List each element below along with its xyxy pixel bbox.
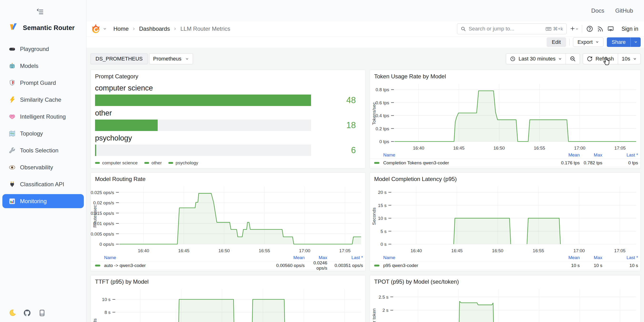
grafana-logo[interactable] — [90, 24, 107, 34]
svg-text:Seconds per token: Seconds per token — [372, 308, 376, 322]
export-button[interactable]: Export — [573, 38, 604, 47]
legend-label: psychology — [176, 160, 198, 166]
legend-header-mean[interactable]: Mean — [275, 255, 304, 260]
legend-max-value: 0.0246 ops/s — [304, 260, 327, 271]
refresh-button[interactable]: Refresh — [583, 54, 618, 64]
github-link[interactable]: GitHub — [615, 8, 633, 14]
svg-text:1.5 s: 1.5 s — [379, 321, 388, 322]
legend-swatch — [95, 162, 100, 164]
legend-header-max[interactable]: Max — [580, 152, 602, 158]
legend-header-max[interactable]: Max — [580, 255, 602, 260]
bar-gauge-label: computer science — [95, 84, 365, 92]
sign-in-button[interactable]: Sign in — [619, 26, 641, 32]
sidebar-collapse-icon[interactable] — [36, 8, 45, 16]
legend-table: NameMeanMaxLast *auto -> qwen3-coder0.00… — [91, 254, 365, 270]
sidebar-item-monitoring[interactable]: Monitoring — [2, 194, 84, 208]
sidebar-item-models[interactable]: Models — [2, 59, 84, 73]
github-icon[interactable] — [23, 309, 31, 317]
edit-button[interactable]: Edit — [546, 38, 566, 47]
time-range-button[interactable]: Last 30 minutes — [506, 54, 566, 64]
legend-swatch — [374, 264, 380, 266]
share-button[interactable]: Share — [607, 38, 630, 47]
legend-item[interactable]: psychology — [168, 160, 198, 166]
breadcrumb-current: LLM Router Metrics — [180, 26, 230, 32]
breadcrumb-home[interactable]: Home — [113, 26, 128, 32]
legend-header-last[interactable]: Last * — [602, 152, 638, 158]
legend-series-label: Completion Tokens qwen3-coder — [383, 160, 449, 166]
wrench-icon — [8, 147, 16, 154]
legend-header-last[interactable]: Last * — [327, 255, 363, 260]
refresh-interval-button[interactable]: 10s — [618, 54, 640, 64]
sidebar-item-tools-selection[interactable]: Tools Selection — [2, 144, 84, 158]
svg-text:16:50: 16:50 — [218, 248, 230, 253]
brain-icon — [8, 113, 16, 120]
news-button[interactable] — [595, 24, 606, 34]
legend-swatch — [374, 162, 380, 164]
svg-text:0 s: 0 s — [380, 242, 386, 247]
help-button[interactable] — [584, 24, 595, 34]
panel-tpot: TPOT (p95) by Model (sec/token)0 s0.5 s1… — [370, 275, 641, 322]
docs-link[interactable]: Docs — [591, 8, 604, 14]
breadcrumb-dashboards[interactable]: Dashboards — [139, 26, 170, 32]
svg-text:5 s: 5 s — [380, 229, 386, 234]
legend-series-name[interactable]: auto -> qwen3-coder — [95, 263, 275, 268]
panel-model-completion-latency: Model Completion Latency (p95)0 s5 s10 s… — [370, 172, 641, 271]
legend-series-name[interactable]: p95 qwen3-coder — [374, 263, 550, 268]
brand[interactable]: Semantic Router — [8, 22, 75, 34]
legend-header-max[interactable]: Max — [304, 255, 327, 260]
svg-text:17:00: 17:00 — [574, 146, 586, 150]
sidebar-item-prompt-guard[interactable]: Prompt Guard — [2, 76, 84, 90]
sidebar-item-classification-api[interactable]: Classification API — [2, 177, 84, 191]
brand-title: Semantic Router — [23, 24, 75, 32]
sidebar-item-playground[interactable]: Playground — [2, 42, 84, 56]
zoom-out-button[interactable] — [566, 54, 580, 64]
legend-series-label: p95 qwen3-coder — [383, 263, 418, 268]
sidebar-item-topology[interactable]: Topology — [2, 126, 84, 140]
panel-title[interactable]: TPOT (p95) by Model (sec/token) — [370, 275, 640, 286]
panel-title[interactable]: Model Completion Latency (p95) — [370, 173, 640, 184]
sidebar-item-intelligent-routing[interactable]: Intelligent Routing — [2, 110, 84, 124]
svg-text:Tokens/sec: Tokens/sec — [372, 102, 376, 125]
datasource-select[interactable]: Prometheus — [149, 53, 193, 64]
svg-text:2.5 s: 2.5 s — [379, 294, 388, 300]
timeseries-chart-model-completion-latency[interactable]: 0 s5 s10 s15 s20 s16:4016:4516:5016:5517… — [370, 184, 640, 254]
panel-title[interactable]: Token Usage Rate by Model — [370, 70, 640, 81]
svg-text:0.005 ops/s: 0.005 ops/s — [91, 232, 114, 236]
timeseries-chart-ttft[interactable]: 0 s2 s4 s6 s8 s10 s16:4016:4516:5016:551… — [91, 286, 365, 322]
svg-text:Seconds: Seconds — [92, 318, 98, 322]
timeseries-chart-model-routing-rate[interactable]: 0 ops/s0.005 ops/s0.01 ops/s0.015 ops/s0… — [91, 184, 365, 254]
share-menu-button[interactable] — [630, 38, 641, 47]
bar-gauge-label: other — [95, 109, 365, 118]
legend-item[interactable]: other — [144, 160, 162, 166]
legend-series-name[interactable]: Completion Tokens qwen3-coder — [374, 160, 550, 166]
legend-swatch — [95, 264, 100, 266]
legend-header-name[interactable]: Name — [374, 152, 550, 158]
legend-header-name[interactable]: Name — [95, 255, 275, 260]
svg-text:17:00: 17:00 — [574, 248, 585, 253]
theme-moon-icon[interactable] — [8, 309, 16, 317]
timeseries-chart-tpot[interactable]: 0 s0.5 s1 s1.5 s2 s2.5 s16:4016:4516:501… — [370, 286, 640, 322]
sidebar-item-similarity-cache[interactable]: Similarity Cache — [2, 93, 84, 107]
panel-title[interactable]: TTFT (p95) by Model — [91, 275, 365, 286]
panel-title[interactable]: Prompt Category — [91, 70, 365, 81]
search-input[interactable] — [468, 26, 543, 32]
svg-text:16:40: 16:40 — [413, 146, 424, 150]
sidebar-item-observability[interactable]: Observability — [2, 160, 84, 174]
legend-header-name[interactable]: Name — [374, 255, 550, 260]
legend-item[interactable]: computer science — [95, 160, 138, 166]
svg-text:0 tps: 0 tps — [380, 139, 389, 144]
legend-header-last[interactable]: Last * — [602, 255, 638, 260]
legend-max-value: 0.782 tps — [580, 160, 602, 166]
monitor-icon — [607, 25, 614, 32]
new-button[interactable] — [569, 24, 580, 34]
bar-gauge-row: other18 — [95, 109, 365, 131]
sidebar-item-label: Intelligent Routing — [20, 113, 66, 120]
docs-book-icon[interactable] — [38, 309, 46, 317]
svg-text:Seconds: Seconds — [372, 208, 376, 225]
timeseries-chart-token-usage[interactable]: 0 tps0.2 tps0.4 tps0.6 tps0.8 tps16:4016… — [370, 81, 640, 152]
search-box[interactable]: ⌘+k — [457, 23, 566, 34]
panel-title[interactable]: Model Routing Rate — [91, 173, 365, 184]
kiosk-button[interactable] — [606, 24, 616, 34]
legend-header-mean[interactable]: Mean — [550, 255, 580, 260]
legend-header-mean[interactable]: Mean — [550, 152, 580, 158]
